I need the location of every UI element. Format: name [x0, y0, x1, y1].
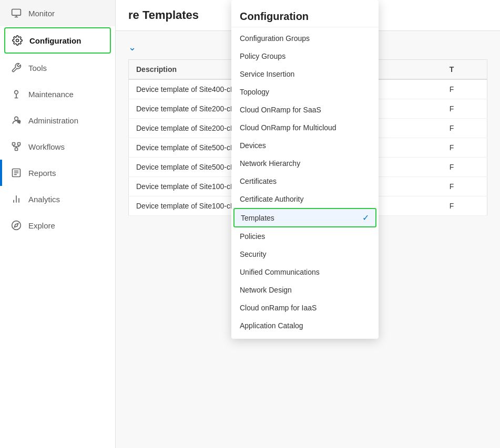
monitor-icon [11, 7, 22, 19]
sidebar-item-configuration-label: Configuration [29, 36, 81, 45]
cell-type: F [442, 79, 487, 99]
dropdown-item-policies[interactable]: Policies [231, 227, 379, 245]
dropdown-item-label: Topology [240, 88, 269, 96]
sidebar-item-maintenance-label: Maintenance [28, 90, 74, 99]
cell-type: F [442, 138, 487, 158]
admin-icon [11, 114, 22, 126]
cell-type: F [442, 158, 487, 177]
svg-rect-5 [13, 143, 15, 145]
sidebar-item-configuration[interactable]: Configuration [4, 27, 111, 54]
explore-icon [11, 220, 22, 231]
dropdown-item-label: Application Catalog [240, 321, 303, 330]
main-content: re Templates ⌄ Description T Device temp… [116, 0, 500, 448]
dropdown-item-label: Templates [241, 214, 274, 222]
dropdown-item-network-hierarchy[interactable]: Network Hierarchy [231, 154, 379, 172]
cell-type: F [442, 196, 487, 216]
dropdown-item-label: Policy Groups [240, 52, 285, 60]
svg-rect-7 [15, 148, 18, 151]
sidebar-item-analytics[interactable]: Analytics [0, 186, 115, 212]
config-icon [12, 35, 23, 46]
dropdown-item-label: Network Hierarchy [240, 159, 300, 168]
workflows-icon [11, 141, 22, 152]
svg-rect-6 [18, 143, 21, 145]
dropdown-item-config-groups[interactable]: Configuration Groups [231, 29, 379, 47]
dropdown-item-devices[interactable]: Devices [231, 137, 379, 154]
dropdown-item-templates[interactable]: Templates ✓ [233, 208, 376, 227]
svg-point-2 [15, 90, 18, 94]
svg-rect-0 [12, 9, 21, 16]
sidebar-item-explore-label: Explore [28, 221, 55, 230]
dropdown-item-label: Certificates [240, 177, 277, 185]
dropdown-title: Configuration [231, 4, 379, 27]
svg-point-1 [16, 39, 19, 42]
chevron-down-icon: ⌄ [128, 41, 136, 53]
sidebar-item-workflows-label: Workflows [28, 142, 65, 151]
sidebar-item-analytics-label: Analytics [28, 195, 60, 204]
col-type: T [442, 60, 487, 80]
dropdown-item-cloud-onramp-saas[interactable]: Cloud OnRamp for SaaS [231, 101, 379, 119]
dropdown-item-service-insertion[interactable]: Service Insertion [231, 65, 379, 83]
dropdown-item-certificate-authority[interactable]: Certificate Authority [231, 190, 379, 208]
dropdown-item-topology[interactable]: Topology [231, 83, 379, 101]
tools-icon [11, 62, 22, 74]
dropdown-item-cloud-onramp-multicloud[interactable]: Cloud OnRamp for Multicloud [231, 119, 379, 137]
dropdown-item-label: Security [240, 250, 267, 258]
maintenance-icon [11, 88, 22, 100]
sidebar-item-administration[interactable]: Administration [0, 107, 115, 133]
sidebar-item-maintenance[interactable]: Maintenance [0, 81, 115, 107]
dropdown-item-cloud-onramp-iaas[interactable]: Cloud onRamp for IaaS [231, 299, 379, 317]
dropdown-item-label: Cloud onRamp for IaaS [240, 304, 317, 312]
analytics-icon [11, 193, 22, 205]
dropdown-item-label: Policies [240, 232, 265, 241]
check-icon: ✓ [362, 213, 369, 223]
dropdown-item-label: Cloud OnRamp for Multicloud [240, 123, 336, 132]
cell-type: F [442, 177, 487, 196]
dropdown-item-security[interactable]: Security [231, 245, 379, 263]
sidebar-item-explore[interactable]: Explore [0, 212, 115, 238]
svg-marker-10 [14, 223, 18, 227]
svg-point-3 [15, 117, 18, 120]
dropdown-item-label: Unified Communications [240, 268, 320, 276]
sidebar-item-administration-label: Administration [28, 116, 78, 125]
dropdown-item-label: Network Design [240, 286, 292, 294]
cell-type: F [442, 119, 487, 138]
sidebar-item-workflows[interactable]: Workflows [0, 133, 115, 160]
sidebar-item-monitor-label: Monitor [28, 9, 55, 18]
dropdown-item-label: Devices [240, 141, 266, 150]
sidebar-item-reports[interactable]: Reports [0, 160, 115, 186]
sidebar-item-monitor[interactable]: Monitor [0, 0, 115, 26]
sidebar-item-tools[interactable]: Tools [0, 55, 115, 81]
sidebar: Monitor Configuration Tools Maintenance [0, 0, 116, 448]
sidebar-item-reports-label: Reports [28, 169, 56, 178]
dropdown-item-label: Cloud OnRamp for SaaS [240, 106, 321, 114]
dropdown-item-label: Certificate Authority [240, 195, 303, 203]
dropdown-item-application-catalog[interactable]: Application Catalog [231, 317, 379, 335]
dropdown-item-policy-groups[interactable]: Policy Groups [231, 47, 379, 65]
dropdown-item-network-design[interactable]: Network Design [231, 281, 379, 299]
dropdown-item-unified-communications[interactable]: Unified Communications [231, 263, 379, 281]
reports-icon [11, 167, 22, 179]
configuration-dropdown: Configuration Configuration Groups Polic… [231, 0, 379, 339]
svg-point-9 [12, 221, 21, 230]
dropdown-item-certificates[interactable]: Certificates [231, 172, 379, 190]
sidebar-item-tools-label: Tools [28, 64, 47, 72]
dropdown-item-label: Service Insertion [240, 70, 294, 78]
dropdown-item-label: Configuration Groups [240, 34, 310, 43]
cell-type: F [442, 99, 487, 119]
